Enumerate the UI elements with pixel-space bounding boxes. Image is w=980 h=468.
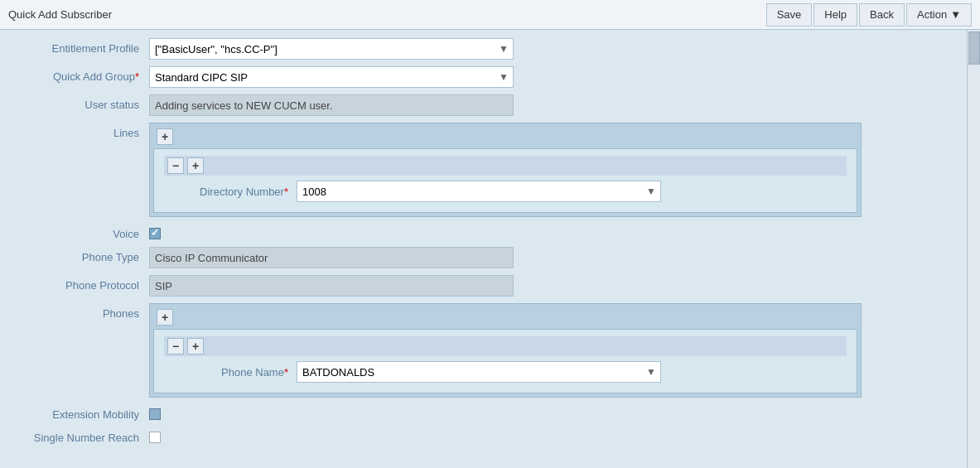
phone-protocol-row: Phone Protocol SIP bbox=[17, 275, 963, 297]
lines-outer: + − + Directory Number 1008 bbox=[149, 123, 862, 217]
directory-number-select[interactable]: 1008 bbox=[297, 181, 661, 202]
top-bar: Quick Add Subscriber Save Help Back Acti… bbox=[0, 0, 980, 30]
voice-checkbox-cell bbox=[149, 224, 161, 239]
page-title: Quick Add Subscriber bbox=[8, 8, 112, 21]
phone-type-control: Cisco IP Communicator bbox=[149, 247, 530, 268]
entitlement-profile-wrapper: ["BasicUser", "hcs.CC-P"] ▼ bbox=[149, 38, 514, 60]
extension-mobility-label: Extension Mobility bbox=[17, 404, 149, 421]
phone-add-sub-button[interactable]: + bbox=[187, 338, 204, 355]
form-content: Entitlement Profile ["BasicUser", "hcs.C… bbox=[0, 30, 980, 468]
single-number-reach-row: Single Number Reach bbox=[17, 427, 963, 444]
user-status-control: Adding services to NEW CUCM user. bbox=[149, 94, 530, 116]
entitlement-profile-control: ["BasicUser", "hcs.CC-P"] ▼ bbox=[149, 38, 530, 60]
phone-item-header: − + bbox=[164, 336, 847, 356]
lines-row: Lines + − + Directory Number bbox=[17, 123, 963, 217]
extension-mobility-row: Extension Mobility bbox=[17, 404, 963, 421]
phone-type-row: Phone Type Cisco IP Communicator bbox=[17, 247, 963, 268]
scrollbar-track bbox=[967, 30, 980, 468]
help-button[interactable]: Help bbox=[813, 3, 857, 27]
phone-protocol-value: SIP bbox=[149, 275, 514, 297]
phones-outer: + − + Phone Name BATDONALDS bbox=[149, 303, 862, 398]
phones-inner: − + Phone Name BATDONALDS ▼ bbox=[153, 329, 857, 393]
user-status-label: User status bbox=[17, 94, 149, 111]
voice-checkbox[interactable] bbox=[149, 228, 161, 239]
phones-label: Phones bbox=[17, 303, 149, 320]
phone-type-label: Phone Type bbox=[17, 247, 149, 263]
lines-container: + − + Directory Number 1008 bbox=[149, 123, 862, 217]
directory-number-label: Directory Number bbox=[164, 186, 297, 198]
line-item-header: − + bbox=[164, 156, 847, 176]
phone-protocol-control: SIP bbox=[149, 275, 530, 297]
directory-number-wrapper: 1008 ▼ bbox=[297, 181, 661, 202]
line-add-sub-button[interactable]: + bbox=[187, 157, 204, 174]
top-bar-actions: Save Help Back Action ▼ bbox=[766, 3, 972, 27]
extension-mobility-checkbox[interactable] bbox=[149, 408, 161, 420]
user-status-row: User status Adding services to NEW CUCM … bbox=[17, 94, 963, 116]
voice-label: Voice bbox=[17, 224, 149, 240]
quick-add-group-wrapper: Standard CIPC SIP ▼ bbox=[149, 66, 514, 88]
phone-name-wrapper: BATDONALDS ▼ bbox=[297, 361, 661, 383]
quick-add-group-control: Standard CIPC SIP ▼ bbox=[149, 66, 530, 88]
phones-header: + bbox=[153, 307, 857, 327]
phone-protocol-label: Phone Protocol bbox=[17, 275, 149, 292]
quick-add-group-select[interactable]: Standard CIPC SIP bbox=[149, 66, 514, 88]
lines-header: + bbox=[153, 127, 857, 147]
lines-inner: − + Directory Number 1008 ▼ bbox=[153, 148, 857, 213]
phone-name-label: Phone Name bbox=[164, 366, 297, 379]
save-button[interactable]: Save bbox=[766, 3, 813, 27]
entitlement-profile-row: Entitlement Profile ["BasicUser", "hcs.C… bbox=[17, 38, 963, 60]
phone-name-row: Phone Name BATDONALDS ▼ bbox=[164, 361, 847, 383]
single-number-reach-checkbox-cell bbox=[149, 427, 161, 443]
lines-add-button[interactable]: + bbox=[157, 128, 173, 145]
phone-type-value: Cisco IP Communicator bbox=[149, 247, 514, 268]
single-number-reach-label: Single Number Reach bbox=[17, 427, 149, 444]
back-button[interactable]: Back bbox=[859, 3, 905, 27]
line-remove-button[interactable]: − bbox=[167, 157, 184, 174]
entitlement-profile-select[interactable]: ["BasicUser", "hcs.CC-P"] bbox=[149, 38, 514, 60]
single-number-reach-checkbox[interactable] bbox=[149, 432, 161, 443]
action-dropdown-icon: ▼ bbox=[950, 8, 961, 21]
scrollbar-thumb[interactable] bbox=[968, 31, 980, 65]
lines-label: Lines bbox=[17, 123, 149, 139]
phones-add-button[interactable]: + bbox=[157, 309, 173, 326]
extension-mobility-checkbox-cell bbox=[149, 404, 161, 420]
phone-remove-button[interactable]: − bbox=[167, 338, 184, 355]
user-status-value: Adding services to NEW CUCM user. bbox=[149, 94, 514, 116]
directory-number-row: Directory Number 1008 ▼ bbox=[164, 181, 847, 202]
phones-row: Phones + − + Phone Name bbox=[17, 303, 963, 398]
quick-add-group-label: Quick Add Group bbox=[17, 66, 149, 83]
phone-name-select[interactable]: BATDONALDS bbox=[297, 361, 661, 383]
quick-add-group-row: Quick Add Group Standard CIPC SIP ▼ bbox=[17, 66, 963, 88]
entitlement-profile-label: Entitlement Profile bbox=[17, 38, 149, 55]
action-button[interactable]: Action ▼ bbox=[906, 3, 972, 27]
voice-row: Voice bbox=[17, 224, 963, 240]
phones-container: + − + Phone Name BATDONALDS bbox=[149, 303, 862, 398]
